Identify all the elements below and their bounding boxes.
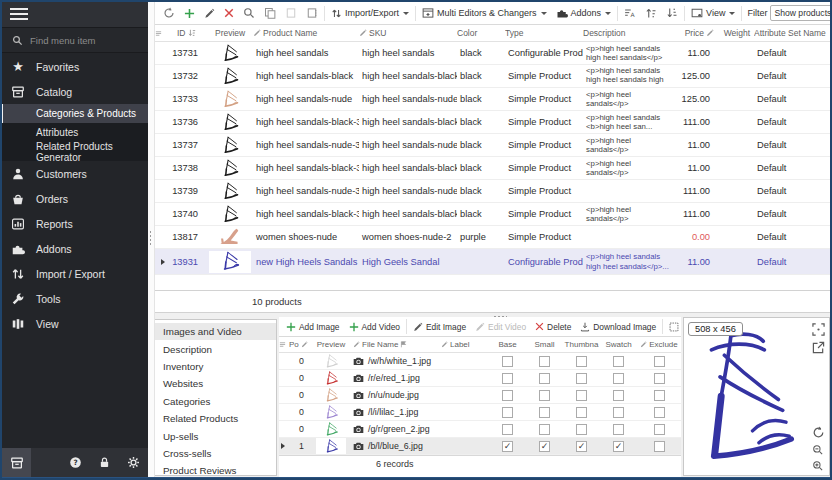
sidebar-item-favorites[interactable]: ★Favorites: [0, 54, 148, 79]
import-export-menu[interactable]: Import/Export: [328, 6, 412, 21]
product-row-13737[interactable]: 13737 high heel sandals-nude-36high heel…: [155, 134, 830, 157]
sidebar-item-view[interactable]: View: [0, 311, 148, 336]
delete-image-button[interactable]: Delete: [532, 320, 574, 334]
panel-splitter-vertical[interactable]: [148, 2, 155, 477]
column-header-sku[interactable]: SKU: [359, 28, 457, 38]
image-row-blue_6.jpg[interactable]: 1 /b/l/blue_6.jpg✓✓✓✓: [279, 438, 681, 455]
sidebar-item-catalog[interactable]: Catalog: [0, 79, 148, 104]
column-header-position[interactable]: Po: [289, 340, 309, 349]
checkbox[interactable]: [654, 373, 665, 384]
checkbox[interactable]: [576, 407, 587, 418]
addons-menu[interactable]: Addons: [553, 5, 615, 21]
product-row-13931[interactable]: 13931 new High Heels SandalsHigh Geels S…: [155, 249, 830, 275]
search-input[interactable]: [30, 35, 130, 46]
column-header-color[interactable]: Color: [457, 28, 505, 38]
product-row-13739[interactable]: 13739 high heel sandals-nude-37high heel…: [155, 180, 830, 203]
checkbox[interactable]: [502, 356, 513, 367]
sidebar-item-categories-products[interactable]: Categories & Products: [0, 104, 148, 123]
checkbox[interactable]: [654, 407, 665, 418]
hamburger-menu-icon[interactable]: [10, 5, 28, 23]
row-selector-icon[interactable]: [279, 341, 289, 348]
column-header-preview[interactable]: Preview: [309, 340, 353, 349]
product-row-13731[interactable]: 13731 high heel sandalshigh heel sandals…: [155, 42, 830, 65]
image-row-green_2.jpg[interactable]: 0 /g/r/green_2.jpg: [279, 421, 681, 438]
sidebar-item-related-products-generator[interactable]: Related Products Generator: [0, 142, 148, 161]
product-row-13740[interactable]: 13740 high heel sandals-black-38high hee…: [155, 203, 830, 226]
image-row-lilac_1.jpg[interactable]: 0 /l/i/lilac_1.jpg: [279, 404, 681, 421]
checkbox[interactable]: [654, 390, 665, 401]
add-image-button[interactable]: Add Image: [283, 320, 343, 334]
product-row-13736[interactable]: 13736 high heel sandals-black-36high hee…: [155, 111, 830, 134]
sidebar-search[interactable]: [0, 28, 148, 53]
column-header-description[interactable]: Description: [583, 28, 678, 38]
zoom-out-icon[interactable]: [812, 444, 825, 457]
paste-button[interactable]: [303, 5, 321, 21]
checkbox[interactable]: [654, 356, 665, 367]
open-in-new-window-icon[interactable]: [812, 341, 825, 354]
column-header-attribute-set[interactable]: Attribute Set Name: [754, 28, 830, 38]
image-row-white_1.jpg[interactable]: 0 /w/h/white_1.jpg: [279, 353, 681, 370]
checkbox[interactable]: ✓: [539, 441, 550, 452]
tab-product-reviews[interactable]: Product Reviews: [151, 462, 276, 479]
zoom-in-icon[interactable]: [812, 460, 825, 473]
tab-categories[interactable]: Categories: [151, 393, 276, 410]
store-icon[interactable]: [2, 448, 31, 477]
column-header-weight[interactable]: Weight: [718, 28, 754, 38]
checkbox[interactable]: [502, 373, 513, 384]
edit-product-button[interactable]: [201, 6, 218, 21]
sidebar-item-attributes[interactable]: Attributes: [0, 123, 148, 142]
column-header-id[interactable]: ID: [167, 28, 207, 38]
checkbox[interactable]: [654, 441, 665, 452]
settings-gear-icon[interactable]: [119, 448, 148, 477]
product-row-13738[interactable]: 13738 high heel sandals-black-37high hee…: [155, 157, 830, 180]
column-header-preview[interactable]: Preview: [207, 28, 253, 38]
checkbox[interactable]: [502, 390, 513, 401]
copy-button[interactable]: [261, 5, 279, 21]
checkbox[interactable]: [613, 407, 624, 418]
lock-icon[interactable]: [90, 448, 119, 477]
checkbox[interactable]: [576, 373, 587, 384]
product-row-13733[interactable]: 13733 high heel sandals-nudehigh heel sa…: [155, 88, 830, 111]
sort-ascending-button[interactable]: [642, 5, 660, 21]
tab-inventory[interactable]: Inventory: [151, 358, 276, 375]
sidebar-item-tools[interactable]: Tools: [0, 286, 148, 311]
checkbox[interactable]: [576, 356, 587, 367]
set-resize-rule-button[interactable]: Set Resize Rule: [666, 320, 681, 334]
cut-button[interactable]: [282, 5, 300, 21]
checkbox[interactable]: [613, 390, 624, 401]
fit-to-screen-icon[interactable]: [812, 323, 825, 336]
column-header-label[interactable]: Label: [441, 340, 489, 349]
sidebar-item-customers[interactable]: Customers: [0, 161, 148, 186]
checkbox[interactable]: [539, 356, 550, 367]
image-row-red_1.jpg[interactable]: 0 /r/e/red_1.jpg: [279, 370, 681, 387]
download-image-button[interactable]: Download Image: [577, 320, 659, 334]
column-header-thumbnail[interactable]: Thumbna: [563, 340, 600, 349]
checkbox[interactable]: [613, 424, 624, 435]
column-header-base[interactable]: Base: [489, 340, 526, 349]
checkbox[interactable]: [654, 424, 665, 435]
sort-descending-button[interactable]: [663, 5, 681, 21]
tab-cross-sells[interactable]: Cross-sells: [151, 445, 276, 462]
checkbox[interactable]: [502, 407, 513, 418]
checkbox[interactable]: [613, 356, 624, 367]
checkbox[interactable]: [576, 390, 587, 401]
column-header-type[interactable]: Type: [505, 28, 583, 38]
checkbox[interactable]: [539, 407, 550, 418]
tab-up-sells[interactable]: Up-sells: [151, 427, 276, 444]
add-video-button[interactable]: Add Video: [346, 320, 404, 334]
tab-description[interactable]: Description: [151, 340, 276, 357]
column-header-file-name[interactable]: File Name: [353, 340, 441, 349]
search-products-button[interactable]: [240, 5, 258, 21]
row-selector-icon[interactable]: [155, 30, 167, 37]
checkbox[interactable]: [613, 373, 624, 384]
checkbox[interactable]: ✓: [502, 441, 513, 452]
column-header-exclude[interactable]: Exclude: [637, 340, 681, 349]
column-header-small[interactable]: Small: [526, 340, 563, 349]
checkbox[interactable]: [502, 424, 513, 435]
checkbox[interactable]: [539, 424, 550, 435]
image-row-nude.jpg[interactable]: 0 /n/u/nude.jpg: [279, 387, 681, 404]
sidebar-item-import-export[interactable]: Import / Export: [0, 261, 148, 286]
checkbox[interactable]: [539, 373, 550, 384]
tab-images-and-video[interactable]: Images and Video: [151, 323, 276, 340]
view-menu[interactable]: View: [688, 5, 738, 21]
